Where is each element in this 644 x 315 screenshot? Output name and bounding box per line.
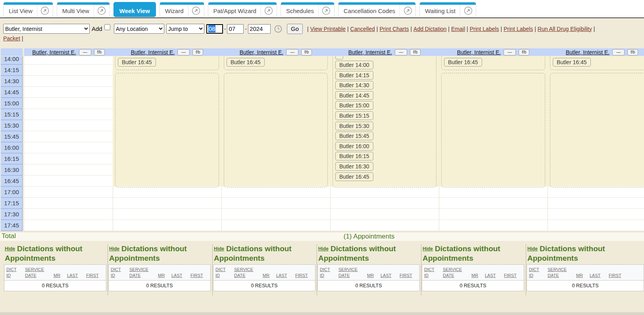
open-new-window-icon[interactable] <box>261 5 277 17</box>
sort-link[interactable]: MR <box>158 273 165 278</box>
sort-link[interactable]: FIRST <box>190 273 203 278</box>
sort-link[interactable]: ID <box>6 273 11 278</box>
provider-select[interactable]: Butler, Internist <box>3 24 90 34</box>
add-checkbox[interactable] <box>104 24 110 30</box>
open-new-window-icon[interactable] <box>188 5 204 17</box>
sort-link[interactable]: MR <box>471 273 478 278</box>
collapse-column-button[interactable]: — <box>504 49 516 55</box>
hide-dictations-link[interactable]: Hide <box>5 246 15 252</box>
toolbar-link[interactable]: Print Labels <box>504 26 533 32</box>
sort-link[interactable]: LAST <box>485 273 496 278</box>
sort-link[interactable]: DATE <box>548 273 559 278</box>
slot-button[interactable]: Butler 16:45 <box>444 58 482 67</box>
provider-column-link[interactable]: Butler, Internist E. <box>32 49 76 55</box>
jump-to-select[interactable]: Jump to <box>166 24 204 34</box>
collapse-column-button[interactable]: — <box>395 49 407 55</box>
sort-link[interactable]: MR <box>263 273 269 278</box>
sort-link[interactable]: DICT <box>111 267 121 272</box>
slot-button[interactable]: Butler 15:30 <box>335 122 373 130</box>
tab-list-view[interactable]: List View <box>3 2 53 17</box>
slot-button[interactable]: Butler 14:45 <box>335 91 373 100</box>
provider-column-link[interactable]: Butler, Internist E. <box>566 49 610 55</box>
sort-link[interactable]: FIRST <box>86 273 99 278</box>
slot-button[interactable]: Butler 16:15 <box>335 152 373 160</box>
sort-link[interactable]: SERVICE <box>234 267 253 272</box>
sort-link[interactable]: DATE <box>234 273 246 278</box>
toolbar-link[interactable]: Run All Drug Eligibility <box>538 26 592 32</box>
sort-link[interactable]: LAST <box>67 273 78 278</box>
slot-button[interactable]: Butler 16:45 <box>553 58 591 67</box>
provider-column-link[interactable]: Butler, Internist E. <box>131 49 175 55</box>
fb-button[interactable]: f/b <box>192 49 203 55</box>
tab-week-view[interactable]: Week View <box>113 2 156 17</box>
sort-link[interactable]: SERVICE <box>443 267 462 272</box>
sort-link[interactable]: ID <box>320 273 324 278</box>
provider-column-link[interactable]: Butler, Internist E. <box>457 49 501 55</box>
date-year-input[interactable]: 2024 <box>248 24 271 34</box>
sort-link[interactable]: DICT <box>529 267 539 272</box>
fb-button[interactable]: f/b <box>301 49 312 55</box>
slot-button[interactable]: Butler 15:15 <box>335 111 373 120</box>
toolbar-link[interactable]: Print Charts <box>380 26 409 32</box>
sort-link[interactable]: LAST <box>381 273 392 278</box>
open-new-window-icon[interactable] <box>460 5 476 17</box>
slot-button[interactable]: Butler 16:45 <box>227 58 265 67</box>
tab-waiting-list[interactable]: Waiting List <box>419 2 476 17</box>
toolbar-link[interactable]: Print Labels <box>470 26 499 32</box>
sort-link[interactable]: DATE <box>129 273 141 278</box>
provider-column-link[interactable]: Butler, Internist E. <box>240 49 284 55</box>
toolbar-link[interactable]: Cancelled <box>350 26 375 32</box>
date-month-input[interactable]: 08 <box>206 24 223 34</box>
open-new-window-icon[interactable] <box>37 5 53 17</box>
fb-button[interactable]: f/b <box>627 49 638 55</box>
tab-wizard[interactable]: Wizard <box>160 2 204 17</box>
sort-link[interactable]: MR <box>576 273 583 278</box>
slot-button[interactable]: Butler 16:30 <box>335 162 373 171</box>
location-select[interactable]: Any Location <box>114 24 164 34</box>
slot-button[interactable]: Butler 15:45 <box>335 132 373 140</box>
tab-cancellation-codes[interactable]: Cancellation Codes <box>338 2 416 17</box>
slot-button[interactable]: Butler 15:00 <box>335 101 373 110</box>
open-new-window-icon[interactable] <box>94 5 110 17</box>
tab-schedules[interactable]: Schedules <box>281 2 334 17</box>
sort-link[interactable]: FIRST <box>609 273 621 278</box>
sort-link[interactable]: LAST <box>171 273 183 278</box>
sort-link[interactable]: ID <box>215 273 220 278</box>
slot-button[interactable] <box>335 56 343 59</box>
sort-link[interactable]: FIRST <box>504 273 517 278</box>
slot-button[interactable]: Butler 14:30 <box>335 81 373 90</box>
hide-dictations-link[interactable]: Hide <box>214 246 224 252</box>
collapse-column-button[interactable]: — <box>177 49 190 55</box>
sort-link[interactable]: SERVICE <box>548 267 567 272</box>
sort-link[interactable]: ID <box>111 273 115 278</box>
go-button[interactable]: Go <box>287 24 303 34</box>
fb-button[interactable]: f/b <box>519 49 529 55</box>
sort-link[interactable]: DICT <box>424 267 434 272</box>
slot-button[interactable]: Butler 16:00 <box>335 142 373 151</box>
sort-link[interactable]: SERVICE <box>338 267 358 272</box>
provider-column-link[interactable]: Butler, Internist E. <box>348 49 392 55</box>
fb-button[interactable]: f/b <box>94 49 105 55</box>
hide-dictations-link[interactable]: Hide <box>109 246 119 252</box>
fb-button[interactable]: f/b <box>410 49 421 55</box>
sort-link[interactable]: FIRST <box>400 273 412 278</box>
sort-link[interactable]: DICT <box>6 267 17 272</box>
hide-dictations-link[interactable]: Hide <box>318 246 329 252</box>
clock-icon[interactable] <box>274 25 283 33</box>
sort-link[interactable]: ID <box>424 273 429 278</box>
sort-link[interactable]: LAST <box>276 273 287 278</box>
toolbar-link[interactable]: View Printable <box>310 26 346 32</box>
slot-button[interactable]: Butler 16:45 <box>335 172 373 181</box>
collapse-column-button[interactable]: — <box>612 49 625 55</box>
sort-link[interactable]: SERVICE <box>129 267 148 272</box>
sort-link[interactable]: MR <box>54 273 60 278</box>
packet-link[interactable]: Packet <box>3 35 20 42</box>
hide-dictations-link[interactable]: Hide <box>423 246 433 252</box>
sort-link[interactable]: MR <box>367 273 374 278</box>
sort-link[interactable]: DATE <box>25 273 37 278</box>
open-new-window-icon[interactable] <box>400 5 415 17</box>
hide-dictations-link[interactable]: Hide <box>527 246 538 252</box>
slot-button[interactable]: Butler 14:00 <box>335 61 373 69</box>
collapse-column-button[interactable]: — <box>79 49 91 55</box>
collapse-column-button[interactable]: — <box>286 49 298 55</box>
